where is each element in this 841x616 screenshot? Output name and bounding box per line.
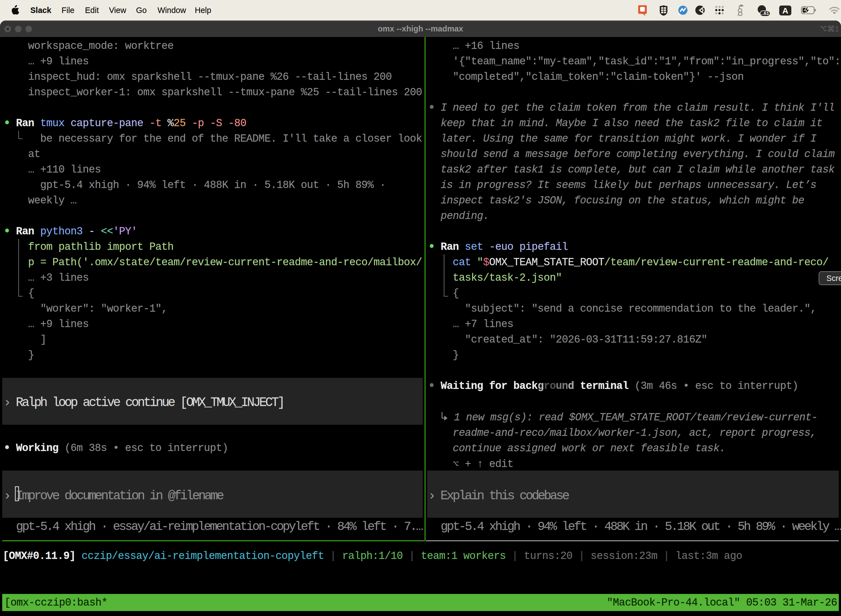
svg-text:1: 1 — [835, 25, 838, 33]
svg-text:..61: ..61 — [761, 11, 769, 16]
